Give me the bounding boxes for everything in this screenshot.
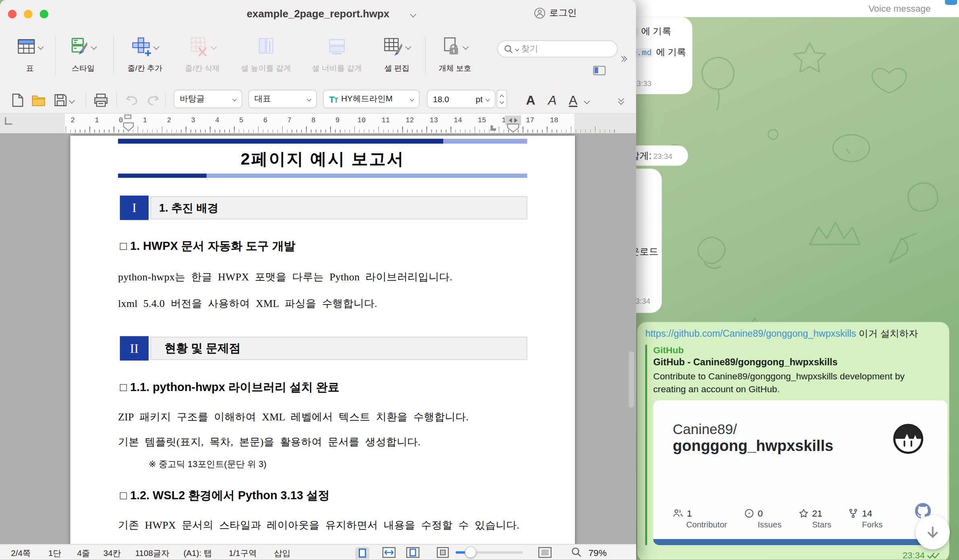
task-pane-icon[interactable] — [593, 66, 606, 75]
font-size-stepper[interactable] — [497, 90, 507, 108]
toolbar-separator — [113, 35, 114, 74]
font-size-combo[interactable]: 18.0 pt — [427, 90, 495, 108]
toolbar-separator — [86, 92, 87, 107]
chevron-down-icon — [307, 97, 312, 101]
zoom-slider-knob[interactable] — [465, 546, 477, 558]
stepper-up-icon[interactable] — [500, 95, 504, 99]
stat-value: 21 — [812, 508, 822, 518]
undo-icon — [124, 94, 138, 106]
style-set-combo[interactable]: 대표 — [248, 90, 317, 108]
preview-title: GitHub - Canine89/gonggong_hwpxskills — [653, 357, 941, 368]
telegram-window: Voice message d 에 기록 D.md 에 기록 23:33 할게:… — [626, 0, 959, 560]
delete-row-col-icon — [189, 37, 209, 56]
github-preview-card[interactable]: Canine89/ gonggong_hwpxskills — [653, 400, 947, 545]
save-button[interactable] — [52, 92, 70, 109]
tab-type-selector[interactable] — [5, 117, 12, 125]
ruler-minor-ticks — [66, 130, 616, 133]
chevron-down-icon[interactable] — [463, 43, 469, 49]
underline-button[interactable]: A — [569, 93, 577, 107]
stepper-down-icon[interactable] — [500, 99, 504, 104]
document-scrollbar[interactable] — [629, 351, 635, 408]
pinned-media-icon[interactable] — [945, 0, 957, 5]
github-link[interactable]: https://github.com/Canine89/gonggong_hwp… — [645, 328, 856, 339]
stat-issues: 0 Issues — [744, 508, 781, 529]
toolbar-object-protect-button[interactable]: 개체 보호 — [434, 33, 476, 79]
find-placeholder: 찾기 — [521, 43, 538, 54]
message-text: 이거 설치하자 — [859, 328, 918, 339]
message-time-row: 23:34 — [903, 551, 940, 560]
toolbar-style-button[interactable]: 스타일 — [64, 33, 103, 79]
underline-options-chevron-icon[interactable] — [584, 98, 590, 104]
zoom-button-statusbar[interactable] — [571, 547, 582, 560]
italic-button[interactable]: A — [548, 93, 556, 107]
ruler[interactable]: 210123456789101112131415161718 — [0, 113, 636, 133]
status-page: 2/4쪽 — [11, 548, 31, 559]
link-preview[interactable]: GitHub GitHub - Canine89/gonggong_hwpxsk… — [645, 345, 941, 545]
find-input[interactable]: 찾기 — [497, 40, 618, 58]
view-thumbnail-button[interactable] — [437, 547, 449, 560]
zoom-page-button[interactable] — [538, 547, 552, 560]
ruler-number: 5 — [232, 116, 250, 124]
new-document-button[interactable] — [8, 92, 27, 109]
section-number-box: II — [120, 336, 149, 361]
font-combo[interactable]: TT HY헤드라인M — [323, 90, 420, 108]
toolbar-table-button[interactable]: 표 — [11, 33, 49, 79]
message-bubble-incoming-1[interactable]: d 에 기록 D.md 에 기록 23:33 — [626, 17, 692, 94]
toolbar-add-row-col-button[interactable]: 줄/칸 추가 — [121, 33, 169, 79]
zoom-percent: 79% — [588, 548, 607, 558]
sub-heading: □ 1.2. WSL2 환경에서 Python 3.13 설정 — [120, 488, 330, 503]
redo-icon — [146, 94, 161, 106]
save-options-chevron-icon[interactable] — [69, 97, 75, 103]
chevron-down-icon[interactable] — [153, 43, 159, 49]
voice-message-label: Voice message — [868, 3, 931, 14]
chevron-down-icon[interactable] — [405, 43, 411, 49]
stat-contributors: 1 Contributor — [673, 508, 727, 529]
right-margin-markers[interactable] — [503, 114, 524, 133]
paragraph-style-combo[interactable]: 바탕글 — [174, 90, 242, 108]
bold-button[interactable]: A — [526, 93, 535, 107]
message-line: d 에 기록 — [630, 26, 671, 37]
stat-label: Contributor — [686, 520, 727, 529]
repo-stats: 1 Contributor 0 Issues — [673, 508, 883, 529]
print-button[interactable] — [92, 92, 110, 109]
toolbar-cell-edit-button[interactable]: 셀 편집 — [377, 33, 417, 79]
font-type-icon: TT — [329, 94, 337, 104]
full-page-icon — [406, 547, 420, 558]
status-char-count: 1108글자 — [135, 548, 169, 559]
combo-value: 바탕글 — [180, 93, 233, 104]
ruler-number: 13 — [425, 116, 443, 124]
stat-value: 0 — [758, 508, 763, 518]
document-area[interactable]: 2페이지 예시 보고서 I 1. 추진 배경 □ 1. HWPX 문서 자동화 … — [0, 133, 636, 544]
view-fit-width-button[interactable] — [382, 547, 395, 560]
right-indent-marker[interactable] — [489, 125, 498, 132]
read-checkmarks-icon — [927, 552, 939, 559]
message-bubble-outgoing-github[interactable]: https://github.com/Canine89/gonggong_hwp… — [637, 322, 949, 560]
repo-name: gonggong_hwpxskills — [673, 437, 833, 455]
view-full-page-button[interactable] — [406, 547, 420, 560]
zoom-page-icon — [538, 547, 552, 558]
redo-button — [145, 92, 163, 109]
view-fit-page-button[interactable] — [355, 547, 370, 560]
magnifier-icon — [571, 547, 582, 558]
indent-markers[interactable] — [121, 114, 136, 133]
zoom-button[interactable] — [40, 10, 48, 18]
minimize-button[interactable] — [24, 10, 32, 18]
chevron-down-icon[interactable] — [91, 43, 97, 49]
close-button[interactable] — [8, 10, 17, 18]
avatar — [891, 420, 926, 455]
chevron-down-icon — [232, 97, 237, 101]
equal-cell-width-icon — [328, 37, 346, 56]
style-icon — [70, 37, 89, 56]
chevron-down-icon[interactable] — [38, 43, 44, 49]
title-chevron-icon[interactable] — [410, 11, 416, 17]
search-options-chevron-icon[interactable] — [515, 47, 519, 51]
note-line: ※ 중고딕 13포인트(문단 위 3) — [149, 458, 267, 470]
scroll-to-bottom-button[interactable] — [916, 515, 950, 550]
open-document-button[interactable] — [29, 92, 48, 109]
ruler-number: 7 — [280, 116, 299, 124]
format-toolbar-overflow-icon[interactable] — [619, 97, 623, 103]
toolbar-overflow-icon[interactable] — [621, 53, 626, 64]
paragraph: python-hwpx는 한글 HWPX 포맷을 다루는 Python 라이브러… — [118, 270, 452, 284]
document-page[interactable]: 2페이지 예시 보고서 I 1. 추진 배경 □ 1. HWPX 문서 자동화 … — [70, 136, 575, 544]
login-button[interactable]: 로그인 — [534, 7, 577, 19]
